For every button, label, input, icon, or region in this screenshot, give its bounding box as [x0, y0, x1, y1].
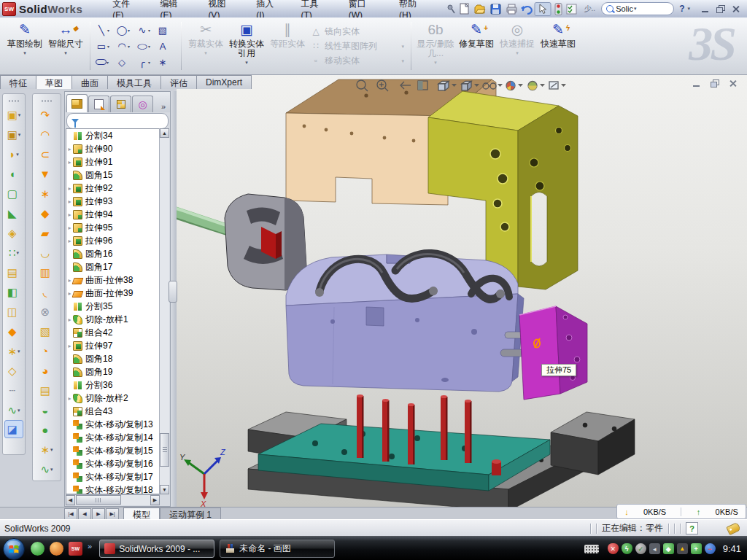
quick-launch-messenger-icon[interactable] — [31, 542, 44, 556]
quick-launch-solidworks-icon[interactable]: SW — [69, 542, 82, 556]
trim-entities-button[interactable]: ✂ 剪裁实体 ▾ — [185, 18, 226, 74]
tree-item[interactable]: ▸ 实体-移动/复制15 — [66, 444, 159, 457]
tree-item[interactable]: ▸ 拉伸96 — [66, 234, 159, 247]
move-copy-bodies-icon[interactable]: ◆ ▾ — [3, 322, 25, 341]
panel-tabs-overflow[interactable]: » — [158, 102, 169, 112]
tab-dimxpert-manager[interactable]: ◎ — [132, 96, 153, 112]
tree-item[interactable]: ▸ 实体-移动/复制13 — [66, 418, 159, 431]
part-nozzle-assembly[interactable] — [177, 194, 306, 290]
move-entities-button[interactable]: ▫ 移动实体 ▾ — [311, 55, 404, 67]
model-canvas[interactable]: Y Z X — [177, 75, 747, 507]
repair-sketch-button[interactable]: ✎+ 修复草图 ▾ — [456, 18, 497, 74]
help-dropdown-icon[interactable]: ▾ — [687, 6, 690, 12]
tree-item[interactable]: ▸ 曲面-拉伸38 — [66, 273, 159, 287]
security-lightning-icon[interactable]: ϟ — [622, 543, 632, 554]
doc-minimize-button[interactable] — [692, 79, 702, 88]
tree-item[interactable]: ▸ 实体-移动/复制17 — [66, 470, 159, 483]
extruded-cut-icon[interactable]: ▣ ▾ — [3, 125, 25, 144]
delete-face-icon[interactable]: ⊗ ▾ — [33, 302, 61, 322]
text-icon[interactable]: A▾ — [157, 38, 176, 54]
combine-bodies-icon[interactable]: ◧ ▾ — [3, 282, 25, 302]
quick-launch-overflow[interactable]: » — [88, 542, 92, 551]
tree-item[interactable]: ▸ 实体-移动/复制16 — [66, 457, 159, 470]
trim-surface-icon[interactable]: ◔ ▾ — [33, 341, 61, 361]
start-button[interactable] — [1, 537, 26, 560]
tree-item[interactable]: ▸ 切除-放样1 — [66, 313, 159, 326]
expand-arrow-icon[interactable]: ▸ — [66, 198, 73, 205]
expand-arrow-icon[interactable]: ▸ — [66, 238, 73, 244]
dropdown-icon[interactable]: ▾ — [64, 50, 67, 56]
tree-item[interactable]: ▸ 拉伸92 — [66, 182, 159, 195]
tab-nav-button[interactable]: |◀ — [64, 508, 77, 520]
thicken-icon[interactable]: ◒ ▾ — [33, 400, 61, 420]
extruded-boss-icon[interactable]: ▣ ▾ — [3, 105, 25, 125]
curve-icon[interactable]: ∿ ▾ — [33, 459, 61, 479]
search-dropdown-icon[interactable]: ▾ — [634, 6, 637, 12]
sketch-fillet-icon[interactable]: ╭▾ — [136, 54, 155, 70]
document-tab[interactable]: 运动算例 1 — [160, 508, 221, 520]
draft-icon[interactable]: ◣ ▾ — [3, 203, 25, 223]
untrim-surface-icon[interactable]: ◕ ▾ — [33, 361, 61, 381]
tree-item[interactable]: ▸ 分割36 — [66, 378, 159, 392]
tab-nav-button[interactable]: ▶| — [106, 508, 119, 520]
quick-snaps-button[interactable]: ◎ 快速捕捉 ▾ — [497, 18, 538, 74]
scroll-thumb[interactable] — [76, 495, 121, 505]
knit-surface-icon[interactable]: ▤ ▾ — [33, 381, 61, 400]
offset-surface-icon[interactable]: ◡ ▾ — [33, 243, 61, 262]
search-input[interactable]: Solic — [616, 4, 633, 13]
volume-icon[interactable]: ◂ — [649, 543, 660, 554]
dropdown-icon[interactable]: ▾ — [434, 60, 437, 66]
antivirus-shield-icon[interactable]: ✕ — [608, 543, 619, 554]
expand-arrow-icon[interactable]: ▸ — [66, 343, 73, 349]
ellipse-icon[interactable]: ◯▾ — [136, 38, 155, 54]
tree-item[interactable]: ▸ 分割35 — [66, 300, 159, 313]
tree-item[interactable]: ▸ 圆角18 — [66, 352, 159, 365]
sync-icon[interactable]: ◆ — [663, 543, 674, 554]
keyboard-layout-icon[interactable] — [584, 545, 599, 553]
service-check-icon[interactable]: ✓ — [635, 543, 646, 554]
tab-property-manager[interactable] — [88, 96, 109, 112]
tree-vertical-scrollbar[interactable]: ▲ ▼ — [159, 128, 169, 494]
panel-splitter[interactable] — [171, 91, 177, 507]
expand-arrow-icon[interactable]: ▸ — [66, 316, 73, 323]
tree-item[interactable]: ▸ 圆角16 — [66, 247, 159, 260]
line-icon[interactable]: ╲▾ — [96, 22, 115, 38]
heads-up-toolbar[interactable] — [354, 77, 573, 95]
task-button[interactable]: 未命名 - 画图 — [220, 540, 335, 558]
point-icon[interactable]: ∗▾ — [157, 54, 176, 70]
planar-surface-icon[interactable]: ▰ ▾ — [33, 223, 61, 243]
help-button[interactable]: ? — [679, 4, 684, 14]
lofted-surface-icon[interactable]: ▼ ▾ — [33, 164, 61, 184]
dropdown-icon[interactable]: ▾ — [516, 50, 519, 56]
arc-icon[interactable]: ◠▾ — [116, 38, 135, 54]
health-plus-icon[interactable]: + — [691, 543, 702, 554]
hole-wizard-icon[interactable]: ◈ ▾ — [3, 223, 25, 243]
splitter-handle[interactable] — [169, 281, 177, 303]
tree-item[interactable]: ▸ 拉伸91 — [66, 155, 159, 168]
spline-icon[interactable]: ∿▾ — [136, 22, 155, 38]
tree-item[interactable]: ▸ 曲面-拉伸39 — [66, 287, 159, 300]
graphics-viewport[interactable]: Y Z X 拉伸75 — [177, 75, 747, 507]
offset-entities-button[interactable]: ∥ 等距实体 ▾ — [267, 18, 308, 74]
tree-item[interactable]: ▸ 拉伸97 — [66, 339, 159, 352]
tab-configuration-manager[interactable] — [110, 96, 131, 112]
rectangle-icon[interactable]: ▭▾ — [96, 38, 115, 54]
ribbon-tab[interactable]: 特征 — [0, 75, 36, 89]
ruled-surface-icon[interactable]: ▥ ▾ — [33, 262, 61, 282]
ribbon-tab[interactable]: 草图 — [36, 75, 72, 89]
fillet-icon[interactable]: ◗ ▾ — [3, 144, 25, 164]
swept-boss-icon[interactable]: ◖ ▾ — [3, 164, 25, 184]
expand-arrow-icon[interactable]: ▸ — [66, 159, 73, 166]
doc-close-button[interactable] — [729, 79, 738, 88]
rapid-sketch-button[interactable]: ✎ϟ 快速草图 ▾ — [538, 18, 578, 74]
dropdown-icon[interactable]: ▾ — [245, 60, 248, 66]
selection-box-icon[interactable]: ▧▾ — [157, 22, 176, 38]
tree-horizontal-scrollbar[interactable]: ◀ ▶ — [66, 494, 160, 505]
tab-feature-manager[interactable] — [66, 94, 88, 112]
circle-icon[interactable]: ◯▾ — [116, 22, 135, 38]
surface-fillet-icon[interactable]: ◟ ▾ — [33, 282, 61, 302]
quick-tip-button[interactable]: ? — [686, 522, 698, 534]
doc-restore-button[interactable] — [711, 79, 720, 88]
dropdown-icon[interactable]: ▾ — [401, 44, 404, 50]
task-button[interactable]: SolidWorks 2009 - ... — [99, 540, 214, 558]
